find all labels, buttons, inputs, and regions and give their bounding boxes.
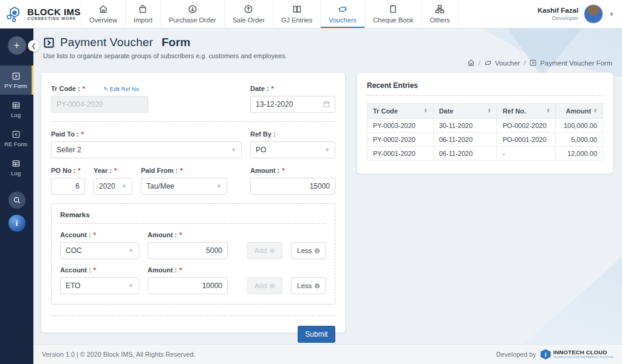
nav-purchase-order[interactable]: Purchase Order bbox=[160, 0, 224, 28]
po-no-input[interactable] bbox=[51, 178, 85, 195]
page-title: Payment Voucher Form bbox=[43, 36, 287, 49]
nav-label: Purchase Order bbox=[169, 16, 216, 24]
sidebar-collapse-button[interactable]: ❮ bbox=[28, 40, 39, 52]
ref-by-select[interactable]: PO▼ bbox=[250, 141, 335, 158]
account-select-2[interactable]: ETO▼ bbox=[60, 277, 139, 294]
divider bbox=[51, 121, 335, 122]
sidebar-item-label: PY Form bbox=[4, 83, 27, 89]
account-label: Account :* bbox=[60, 266, 139, 274]
table-icon bbox=[12, 101, 21, 110]
cell-amount: 5,000.00 bbox=[556, 133, 603, 147]
account-select-1[interactable]: COC▼ bbox=[60, 242, 139, 259]
plus-circle-icon: ⊕ bbox=[269, 281, 275, 290]
table-icon bbox=[12, 159, 21, 168]
col-header-amount[interactable]: Amount▲▼ bbox=[556, 104, 603, 119]
paid-from-label: Paid From :* bbox=[141, 167, 227, 174]
sort-icon: ▲▼ bbox=[593, 109, 597, 113]
cell-date: 30-11-2020 bbox=[433, 119, 497, 133]
tr-code-input bbox=[51, 96, 148, 113]
decorative-shape bbox=[519, 257, 622, 348]
submit-button[interactable]: Submit bbox=[298, 326, 335, 343]
nav-cheque-book[interactable]: Cheque Book bbox=[364, 0, 422, 28]
add-row-button: Add⊕ bbox=[247, 277, 282, 294]
year-label: Year :* bbox=[94, 167, 132, 174]
tr-code-label: Tr Code :* ✎ Edit Ref No bbox=[51, 85, 148, 92]
chevron-down-icon[interactable]: ▼ bbox=[609, 11, 615, 18]
chevron-down-icon: ▼ bbox=[128, 283, 134, 289]
logo-title: BLOCK IMS bbox=[27, 7, 81, 17]
avatar[interactable] bbox=[584, 4, 603, 24]
minus-circle-icon: ⊖ bbox=[314, 281, 320, 290]
remark-amount-input-2[interactable] bbox=[148, 277, 228, 294]
nav-label: GJ Entries bbox=[281, 16, 312, 24]
table-row[interactable]: PY-0001-2020 06-11-2020 - 12,000.00 bbox=[367, 147, 603, 161]
sidebar-item-label: Log bbox=[11, 112, 21, 118]
innotech-cloud-logo[interactable]: i INNOTECH CLOUD TECHNOLOGY IS IN THE PE… bbox=[541, 349, 613, 360]
add-button[interactable]: + bbox=[8, 36, 26, 55]
square-arrow-right-icon bbox=[43, 37, 55, 49]
sort-icon: ▲▼ bbox=[546, 109, 550, 113]
sidebar-item-py-log[interactable]: Log bbox=[0, 95, 33, 124]
nav-overview[interactable]: Overview bbox=[81, 0, 125, 28]
chevron-down-icon: ▼ bbox=[231, 147, 236, 153]
paid-from-select[interactable]: Tau/Mee▼ bbox=[141, 178, 227, 195]
innotech-hex-icon: i bbox=[541, 349, 551, 360]
notebook-icon bbox=[388, 4, 398, 14]
less-row-button-2[interactable]: Less⊖ bbox=[291, 277, 326, 294]
amount-label: Amount :* bbox=[250, 167, 335, 174]
cell-tr-code: PY-0002-2020 bbox=[367, 133, 434, 147]
nav-gj-entries[interactable]: GJ Entries bbox=[273, 0, 320, 28]
sidebar-item-re-log[interactable]: Log bbox=[0, 153, 33, 182]
chevron-down-icon: ▼ bbox=[216, 183, 222, 189]
year-select[interactable]: 2020▼ bbox=[94, 178, 132, 195]
paid-to-select[interactable]: Seller 2▼ bbox=[51, 141, 242, 158]
sidebar-item-re-form[interactable]: RE Form bbox=[0, 124, 33, 153]
info-button[interactable]: i bbox=[9, 215, 26, 232]
breadcrumb-current[interactable]: Payment Voucher Form bbox=[529, 59, 612, 67]
remarks-section: Remarks Account :* COC▼ Amount :* bbox=[51, 203, 335, 305]
sort-icon: ▲▼ bbox=[487, 109, 491, 113]
search-button[interactable] bbox=[9, 192, 26, 209]
remark-amount-input-1[interactable] bbox=[148, 242, 228, 259]
main-content: Payment Voucher Form Use lists to organi… bbox=[33, 29, 622, 364]
chevron-down-icon: ▼ bbox=[121, 183, 127, 189]
cell-ref-no: PO-0001-2020 bbox=[497, 133, 556, 147]
minus-circle-icon: ⊖ bbox=[314, 246, 320, 255]
col-header-ref-no[interactable]: Ref No.▲▼ bbox=[497, 104, 556, 119]
table-row[interactable]: PY-0003-2020 30-11-2020 PO-0002-2020 100… bbox=[367, 119, 603, 133]
col-header-tr-code[interactable]: Tr Code▲▼ bbox=[367, 104, 434, 119]
breadcrumb-separator: / bbox=[524, 59, 525, 67]
less-row-button-1[interactable]: Less⊖ bbox=[291, 242, 326, 259]
table-row[interactable]: PY-0002-2020 06-11-2020 PO-0001-2020 5,0… bbox=[367, 133, 603, 147]
col-header-date[interactable]: Date▲▼ bbox=[433, 104, 497, 119]
user-menu[interactable]: Kashif Fazal Developer ▼ bbox=[538, 0, 622, 28]
app-window: BLOCK IMS CONNECTING WORK Overview Impor… bbox=[0, 0, 622, 364]
calendar-icon bbox=[323, 100, 330, 108]
footer-version: Version 1.0 | © 2020 Block IMS, All Righ… bbox=[42, 351, 196, 358]
info-icon: i bbox=[16, 218, 18, 228]
nav-vouchers[interactable]: Vouchers bbox=[320, 0, 364, 28]
home-icon bbox=[467, 59, 475, 67]
nav-import[interactable]: Import bbox=[125, 0, 160, 28]
page-title-bold: Form bbox=[162, 36, 191, 49]
recent-entries-panel: Recent Entries Tr Code▲▼ Date▲▼ Ref No.▲… bbox=[357, 73, 613, 174]
app-logo[interactable]: BLOCK IMS CONNECTING WORK bbox=[0, 0, 81, 28]
user-role: Developer bbox=[538, 15, 578, 22]
date-label: Date :* bbox=[250, 85, 335, 92]
breadcrumb-home[interactable] bbox=[467, 59, 475, 67]
remark-amount-label: Amount :* bbox=[148, 266, 228, 274]
breadcrumb-voucher[interactable]: Voucher bbox=[484, 59, 520, 67]
nav-sale-order[interactable]: Sale Order bbox=[224, 0, 273, 28]
nav-label: Cheque Book bbox=[373, 16, 414, 24]
breadcrumb-label: Payment Voucher Form bbox=[540, 59, 612, 67]
top-navbar: BLOCK IMS CONNECTING WORK Overview Impor… bbox=[0, 0, 622, 29]
innotech-logo-title: INNOTECH CLOUD bbox=[553, 349, 613, 356]
bag-icon bbox=[138, 4, 148, 14]
nav-others[interactable]: Others bbox=[422, 0, 459, 28]
breadcrumb-separator: / bbox=[479, 59, 480, 67]
sidebar-item-py-form[interactable]: PY Form bbox=[0, 66, 33, 95]
sidebar-item-label: RE Form bbox=[4, 141, 27, 147]
block-ims-logo-icon bbox=[5, 5, 24, 23]
edit-ref-no-link[interactable]: ✎ Edit Ref No bbox=[103, 86, 139, 92]
amount-input[interactable] bbox=[250, 178, 335, 195]
